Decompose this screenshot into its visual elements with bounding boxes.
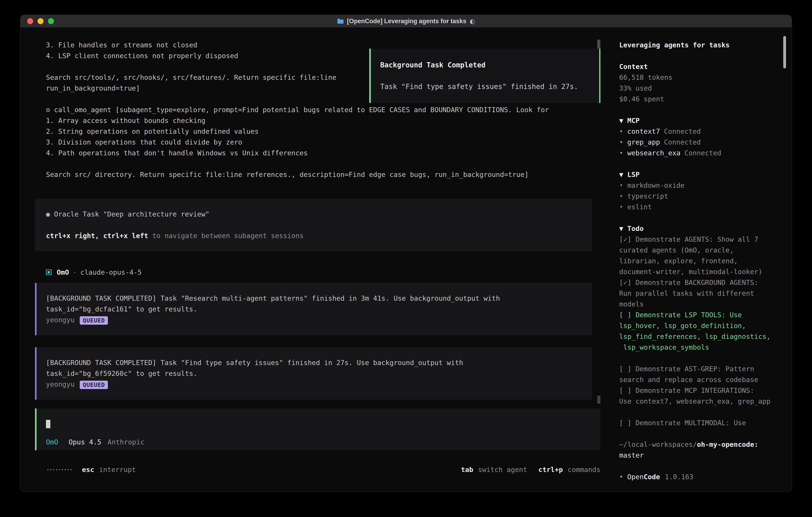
keybinding-hint-label: to navigate between subagent sessions [148, 232, 304, 240]
main-scrollbar-thumb[interactable] [597, 39, 601, 49]
message-line: [BACKGROUND TASK COMPLETED] Task "Find t… [46, 357, 592, 368]
main-scrollbar-thumb[interactable] [597, 396, 601, 404]
collapse-arrow-icon: ▼ [619, 224, 623, 233]
todo-item: [✓] Demonstrate BACKGROUND AGENTS: Run p… [619, 277, 771, 309]
input-provider-name: Anthropic [108, 438, 144, 446]
app-version: 1.0.163 [665, 473, 693, 481]
context-spent: $0.46 spent [619, 93, 771, 104]
opencode-window: [OpenCode] Leveraging agents for tasks ◐… [20, 15, 792, 492]
oracle-task-title: Oracle Task "Deep architecture review" [54, 210, 209, 218]
toast-title: Background Task Completed [380, 60, 599, 71]
message-author: yeongyu [46, 316, 75, 324]
oracle-task-panel: ◉Oracle Task "Deep architecture review" … [35, 199, 592, 251]
message-line: [BACKGROUND TASK COMPLETED] Task "Resear… [46, 293, 592, 304]
window-controls [27, 15, 54, 27]
message-block: [BACKGROUND TASK COMPLETED] Task "Resear… [35, 283, 592, 335]
agent-model: claude-opus-4-5 [80, 268, 142, 276]
mcp-item: •grep_appConnected [619, 137, 771, 147]
agent-name: OmO [57, 268, 69, 276]
tab-key-label: switch agent [478, 464, 527, 475]
mcp-status: Connected [685, 149, 721, 157]
bullet-icon: • [619, 473, 623, 481]
bullet-icon: • [619, 192, 623, 200]
esc-key-label: interrupt [99, 464, 136, 475]
todo-item: [ ] Demonstrate AST-GREP: Pattern search… [619, 363, 771, 385]
background-task-toast: Background Task Completed Task "Find typ… [369, 49, 601, 103]
omo-agent-icon [46, 270, 52, 275]
context-usage-icon: ◐ [469, 18, 475, 25]
message-block: [BACKGROUND TASK COMPLETED] Task "Find t… [35, 347, 592, 400]
record-dot-icon: ◉ [46, 210, 50, 218]
app-version-line: •OpenCode1.0.163 [619, 471, 771, 482]
tool-call-text: call_omo_agent [subagent_type=explore, p… [54, 106, 549, 114]
lsp-item: •markdown-oxide [619, 180, 771, 191]
keybinding-hint: ctrl+x right, ctrl+x left [46, 232, 148, 240]
mcp-item: •context7Connected [619, 126, 771, 137]
workspace-path-dim: ~/local-workspaces/ [619, 440, 697, 448]
toast-body: Task "Find type safety issues" finished … [380, 81, 599, 92]
bullet-icon: • [619, 181, 623, 189]
terminal-line: 2. String operations on potentially unde… [46, 126, 601, 137]
terminal-line: 1. Array access without bounds checking [46, 115, 601, 126]
lsp-item: •typescript [619, 191, 771, 201]
terminal-line: 4. Path operations that don't handle Win… [46, 147, 601, 158]
gear-icon: ⚙ [46, 106, 50, 114]
sidebar-scrollbar-thumb[interactable] [783, 36, 786, 69]
bullet-icon: • [619, 138, 623, 146]
sidebar: Leveraging agents for tasks Context 66,5… [601, 28, 792, 492]
bullet-icon: • [619, 149, 623, 157]
todo-item: [✓] Demonstrate AGENTS: Show all 7 curat… [619, 234, 771, 277]
app-name: Open [627, 473, 644, 481]
zoom-window-button[interactable] [48, 18, 54, 24]
input-agent-name: OmO [46, 438, 58, 446]
spinner-dots-icon: ········· [46, 464, 72, 475]
close-window-button[interactable] [27, 18, 33, 24]
collapse-arrow-icon: ▼ [619, 170, 623, 179]
terminal-line: 3. Division operations that could divide… [46, 137, 601, 147]
message-line: task_id="bg_6f59260c" to get results. [46, 368, 592, 379]
workspace-branch: master [619, 451, 644, 459]
terminal-main: 3. File handles or streams not closed 4.… [20, 28, 601, 492]
context-tokens: 66,518 tokens [619, 72, 771, 83]
lsp-section-header: ▼LSP [619, 169, 771, 180]
prompt-input[interactable]: OmOOpus 4.5Anthropic [35, 408, 601, 450]
window-title-group: [OpenCode] Leveraging agents for tasks ◐ [337, 18, 475, 25]
queued-badge: QUEUED [80, 316, 108, 325]
input-model-line: OmOOpus 4.5Anthropic [46, 437, 601, 447]
bullet-icon: • [619, 203, 623, 211]
message-author: yeongyu [46, 380, 75, 388]
titlebar[interactable]: [OpenCode] Leveraging agents for tasks ◐ [20, 15, 792, 28]
mcp-status: Connected [664, 138, 701, 146]
window-title: [OpenCode] Leveraging agents for tasks [347, 18, 467, 25]
context-section-header: Context [619, 61, 771, 72]
tab-key-hint: tab [461, 464, 473, 475]
mcp-section-header: ▼MCP [619, 115, 771, 126]
text-cursor [46, 420, 50, 428]
session-title: Leveraging agents for tasks [619, 39, 771, 50]
input-model-name: Opus 4.5 [68, 438, 101, 446]
mcp-status: Connected [664, 127, 701, 135]
queued-badge: QUEUED [80, 381, 108, 389]
todo-item: [ ] Demonstrate MCP INTEGRATIONS: Use co… [619, 385, 771, 407]
minimize-window-button[interactable] [37, 18, 44, 24]
todo-section-header: ▼Todo [619, 223, 771, 234]
todo-item: [ ] Demonstrate LSP TOOLS: Use lsp_hover… [619, 309, 771, 353]
agent-header: OmO · claude-opus-4-5 [46, 268, 601, 276]
mcp-item: •websearch_exaConnected [619, 147, 771, 158]
todo-item: [ ] Demonstrate MULTIMODAL: Use [619, 417, 771, 428]
lsp-item: •eslint [619, 201, 771, 212]
workspace-repo: oh-my-opencode: [697, 440, 758, 448]
esc-key-hint: esc [82, 464, 94, 475]
separator-dot: · [72, 268, 77, 276]
status-bar: ········· esc interrupt tab switch agent… [46, 464, 601, 475]
app-name-bold: Code [644, 473, 660, 481]
bullet-icon: • [619, 127, 623, 135]
message-line: task_id="bg_dcfac161" to get results. [46, 304, 592, 315]
context-used: 33% used [619, 83, 771, 93]
collapse-arrow-icon: ▼ [619, 116, 623, 125]
ctrlp-key-label: commands [568, 464, 601, 475]
terminal-line: Search src/ directory. Return specific f… [46, 169, 601, 180]
folder-icon [337, 19, 344, 24]
workspace-path: ~/local-workspaces/oh-my-opencode: maste… [619, 439, 771, 461]
tool-call-line: ⚙call_omo_agent [subagent_type=explore, … [46, 104, 601, 115]
